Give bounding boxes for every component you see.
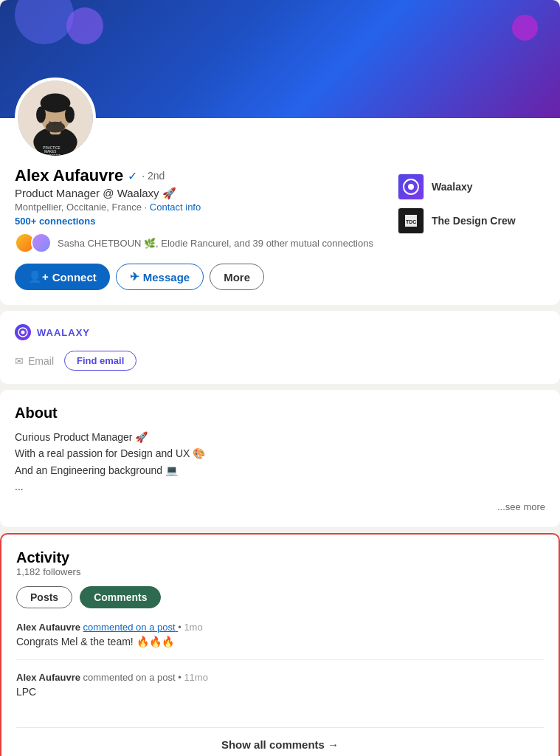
activity-author-2: Alex Aufauvre	[16, 672, 80, 683]
activity-item: Alex Aufauvre commented on a post • 11mo…	[16, 672, 544, 709]
see-more-button[interactable]: ...see more	[15, 501, 545, 512]
message-label: Message	[143, 271, 190, 284]
activity-meta-1: Alex Aufauvre commented on a post • 1mo	[16, 622, 544, 633]
tdc-name: The Design Crew	[432, 215, 516, 227]
svg-text:TDC: TDC	[406, 219, 416, 224]
svg-point-5	[36, 106, 46, 123]
connections-count: 500+ connections	[15, 216, 383, 227]
waalaxy-section: WAALAXY ✉ Email Find email	[0, 311, 560, 384]
location-text: Montpellier, Occitanie, France	[15, 202, 142, 213]
find-email-button[interactable]: Find email	[64, 351, 136, 371]
activity-time-1: 1mo	[184, 622, 202, 633]
profile-left: Alex Aufauvre ✓ · 2nd Product Manager @ …	[15, 166, 383, 290]
about-line-4: ...	[15, 478, 545, 495]
message-button[interactable]: ✈ Message	[116, 264, 204, 290]
activity-meta-2: Alex Aufauvre commented on a post • 11mo	[16, 672, 544, 683]
mutual-connections: Sasha CHETBOUN 🌿, Elodie Rancurel, and 3…	[15, 233, 383, 253]
profile-info: PRACTICE MAKES PERFECT Alex Aufauvre ✓ ·…	[0, 118, 560, 305]
company-tdc[interactable]: TDC The Design Crew	[398, 207, 545, 234]
tab-posts[interactable]: Posts	[16, 586, 72, 608]
email-row: ✉ Email Find email	[15, 351, 545, 371]
about-title: About	[15, 405, 545, 422]
svg-text:PRACTICE: PRACTICE	[43, 146, 60, 150]
profile-companies: Waalaxy TDC The Design Crew	[398, 166, 545, 290]
activity-time-2: 11mo	[184, 672, 208, 683]
show-all-comments-button[interactable]: Show all comments →	[16, 727, 544, 756]
waalaxy-name: Waalaxy	[432, 181, 473, 193]
email-icon-wrap: ✉ Email	[15, 355, 54, 367]
followers-count: 1,182 followers	[16, 566, 544, 577]
about-line-1: Curious Product Manager 🚀	[15, 429, 545, 445]
svg-text:MAKES: MAKES	[44, 150, 56, 154]
svg-text:PERFECT: PERFECT	[44, 154, 61, 156]
avatar-image: PRACTICE MAKES PERFECT	[18, 80, 93, 156]
activity-tabs: Posts Comments	[16, 586, 544, 608]
more-button[interactable]: More	[210, 264, 264, 290]
profile-title: Product Manager @ Waalaxy 🚀	[15, 187, 383, 200]
action-text-1: commented on a post	[83, 622, 176, 633]
profile-card: PRACTICE MAKES PERFECT Alex Aufauvre ✓ ·…	[0, 0, 560, 305]
waalaxy-header: WAALAXY	[15, 324, 545, 340]
mutual-text: Sasha CHETBOUN 🌿, Elodie Rancurel, and 3…	[58, 238, 373, 249]
contact-info-link[interactable]: Contact info	[150, 202, 201, 213]
waalaxy-logo	[398, 173, 424, 200]
about-section: About Curious Product Manager 🚀 With a r…	[0, 390, 560, 527]
banner-decoration	[512, 15, 538, 41]
activity-action-link-1[interactable]: commented on a post	[83, 622, 179, 633]
connect-button[interactable]: 👤+ Connect	[15, 264, 110, 290]
action-buttons: 👤+ Connect ✈ Message More	[15, 264, 383, 290]
svg-point-7	[46, 122, 65, 133]
about-line-2: With a real passion for Design and UX 🎨	[15, 445, 545, 461]
envelope-icon: ✉	[15, 355, 24, 367]
connect-label: Connect	[52, 271, 97, 284]
activity-item: Alex Aufauvre commented on a post • 1mo …	[16, 622, 544, 660]
name-row: Alex Aufauvre ✓ · 2nd	[15, 166, 383, 185]
activity-header: Activity 1,182 followers	[16, 549, 544, 577]
activity-section: Activity 1,182 followers Posts Comments …	[0, 533, 560, 756]
activity-action-2: commented on a post	[83, 672, 179, 683]
verified-icon: ✓	[128, 169, 137, 183]
message-icon: ✈	[130, 270, 139, 284]
activity-content-2: LPC	[16, 686, 544, 698]
activity-title: Activity	[16, 549, 544, 566]
about-text: Curious Product Manager 🚀 With a real pa…	[15, 429, 545, 495]
banner-decoration	[15, 0, 74, 44]
email-label: Email	[28, 355, 54, 367]
mutual-avatar-2	[31, 233, 52, 253]
activity-content-1: Congrats Mel & the team! 🔥🔥🔥	[16, 636, 544, 647]
action-text-2: commented on a post	[83, 672, 176, 683]
mutual-avatars	[15, 233, 52, 253]
banner-decoration	[66, 7, 103, 44]
location-dot: ·	[145, 202, 150, 213]
profile-main: Alex Aufauvre ✓ · 2nd Product Manager @ …	[15, 118, 545, 290]
profile-location: Montpellier, Occitanie, France · Contact…	[15, 202, 383, 213]
degree-badge: · 2nd	[142, 170, 165, 182]
svg-point-6	[65, 106, 75, 123]
tab-comments[interactable]: Comments	[80, 586, 161, 608]
waalaxy-logo-small	[15, 324, 31, 340]
connect-icon: 👤+	[28, 270, 49, 284]
activity-author-1: Alex Aufauvre	[16, 622, 80, 633]
avatar: PRACTICE MAKES PERFECT	[15, 78, 96, 159]
profile-name: Alex Aufauvre	[15, 166, 123, 185]
about-line-3: And an Engineering background 💻	[15, 462, 545, 478]
company-waalaxy[interactable]: Waalaxy	[398, 173, 545, 200]
svg-point-16	[21, 331, 25, 334]
waalaxy-widget-title: WAALAXY	[37, 327, 90, 338]
svg-point-12	[408, 184, 414, 190]
tdc-logo: TDC	[398, 207, 424, 234]
